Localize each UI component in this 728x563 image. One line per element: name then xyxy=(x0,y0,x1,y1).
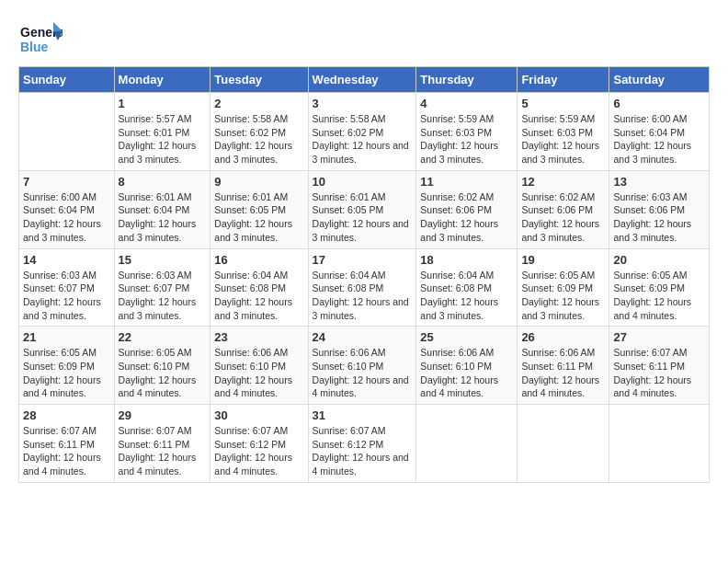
day-info: Sunrise: 6:06 AMSunset: 6:10 PMDaylight:… xyxy=(313,346,413,400)
day-number: 6 xyxy=(613,97,705,110)
day-number: 9 xyxy=(214,175,303,189)
day-info: Sunrise: 5:59 AMSunset: 6:03 PMDaylight:… xyxy=(521,112,605,167)
day-number: 19 xyxy=(521,253,605,267)
day-info: Sunrise: 6:07 AMSunset: 6:12 PMDaylight:… xyxy=(214,424,303,478)
weekday-header-row: SundayMondayTuesdayWednesdayThursdayFrid… xyxy=(19,67,710,93)
day-info: Sunrise: 6:03 AMSunset: 6:06 PMDaylight:… xyxy=(613,190,705,245)
calendar-day-cell: 27Sunrise: 6:07 AMSunset: 6:11 PMDayligh… xyxy=(609,327,710,405)
day-number: 20 xyxy=(613,253,705,267)
calendar-day-cell: 26Sunrise: 6:06 AMSunset: 6:11 PMDayligh… xyxy=(518,327,609,405)
day-info: Sunrise: 6:01 AMSunset: 6:04 PMDaylight:… xyxy=(119,190,207,245)
day-number: 25 xyxy=(420,330,513,344)
day-info: Sunrise: 6:04 AMSunset: 6:08 PMDaylight:… xyxy=(214,269,303,323)
day-info: Sunrise: 6:07 AMSunset: 6:12 PMDaylight:… xyxy=(313,424,413,478)
day-number: 24 xyxy=(313,330,413,344)
day-number: 1 xyxy=(119,97,207,110)
day-info: Sunrise: 6:00 AMSunset: 6:04 PMDaylight:… xyxy=(23,190,110,245)
day-info: Sunrise: 6:01 AMSunset: 6:05 PMDaylight:… xyxy=(313,190,413,245)
weekday-header-cell: Tuesday xyxy=(210,67,308,93)
day-info: Sunrise: 5:59 AMSunset: 6:03 PMDaylight:… xyxy=(420,112,513,167)
day-number: 30 xyxy=(214,408,303,422)
day-info: Sunrise: 6:07 AMSunset: 6:11 PMDaylight:… xyxy=(23,424,110,478)
calendar-week-row: 28Sunrise: 6:07 AMSunset: 6:11 PMDayligh… xyxy=(19,405,710,483)
day-info: Sunrise: 5:58 AMSunset: 6:02 PMDaylight:… xyxy=(214,112,303,167)
day-number: 10 xyxy=(313,175,413,189)
day-number: 14 xyxy=(23,253,110,267)
day-number: 2 xyxy=(214,97,303,110)
calendar-day-cell: 25Sunrise: 6:06 AMSunset: 6:10 PMDayligh… xyxy=(416,327,518,405)
day-number: 16 xyxy=(214,253,303,267)
calendar-week-row: 21Sunrise: 6:05 AMSunset: 6:09 PMDayligh… xyxy=(19,327,710,405)
day-number: 13 xyxy=(613,175,705,189)
calendar-day-cell xyxy=(416,405,518,483)
day-info: Sunrise: 5:57 AMSunset: 6:01 PMDaylight:… xyxy=(119,112,207,167)
calendar-day-cell: 21Sunrise: 6:05 AMSunset: 6:09 PMDayligh… xyxy=(19,327,115,405)
day-info: Sunrise: 6:00 AMSunset: 6:04 PMDaylight:… xyxy=(613,112,705,167)
calendar-day-cell: 3Sunrise: 5:58 AMSunset: 6:02 PMDaylight… xyxy=(308,93,416,171)
calendar-day-cell: 4Sunrise: 5:59 AMSunset: 6:03 PMDaylight… xyxy=(416,93,518,171)
calendar-day-cell: 2Sunrise: 5:58 AMSunset: 6:02 PMDaylight… xyxy=(210,93,308,171)
day-number: 22 xyxy=(119,330,207,344)
calendar-week-row: 7Sunrise: 6:00 AMSunset: 6:04 PMDaylight… xyxy=(19,170,710,248)
day-info: Sunrise: 6:06 AMSunset: 6:10 PMDaylight:… xyxy=(214,346,303,400)
day-info: Sunrise: 6:07 AMSunset: 6:11 PMDaylight:… xyxy=(119,424,207,478)
calendar-day-cell: 14Sunrise: 6:03 AMSunset: 6:07 PMDayligh… xyxy=(19,248,115,327)
calendar-day-cell: 9Sunrise: 6:01 AMSunset: 6:05 PMDaylight… xyxy=(210,170,308,248)
calendar-day-cell: 11Sunrise: 6:02 AMSunset: 6:06 PMDayligh… xyxy=(416,170,518,248)
calendar-day-cell xyxy=(19,93,115,171)
day-info: Sunrise: 6:01 AMSunset: 6:05 PMDaylight:… xyxy=(214,190,303,245)
day-number: 18 xyxy=(420,253,513,267)
calendar-day-cell: 10Sunrise: 6:01 AMSunset: 6:05 PMDayligh… xyxy=(308,170,416,248)
calendar-day-cell: 22Sunrise: 6:05 AMSunset: 6:10 PMDayligh… xyxy=(114,327,210,405)
day-info: Sunrise: 6:05 AMSunset: 6:09 PMDaylight:… xyxy=(23,346,110,400)
day-number: 27 xyxy=(613,330,705,344)
calendar-week-row: 1Sunrise: 5:57 AMSunset: 6:01 PMDaylight… xyxy=(19,93,710,171)
day-info: Sunrise: 6:05 AMSunset: 6:09 PMDaylight:… xyxy=(521,269,605,323)
day-number: 7 xyxy=(23,175,110,189)
day-number: 5 xyxy=(521,97,605,110)
weekday-header-cell: Friday xyxy=(518,67,609,93)
calendar-day-cell xyxy=(518,405,609,483)
calendar-body: 1Sunrise: 5:57 AMSunset: 6:01 PMDaylight… xyxy=(19,93,710,483)
calendar-day-cell: 31Sunrise: 6:07 AMSunset: 6:12 PMDayligh… xyxy=(308,405,416,483)
day-number: 3 xyxy=(313,97,413,110)
day-info: Sunrise: 6:02 AMSunset: 6:06 PMDaylight:… xyxy=(420,190,513,245)
calendar-day-cell: 1Sunrise: 5:57 AMSunset: 6:01 PMDaylight… xyxy=(114,93,210,171)
day-number: 31 xyxy=(313,408,413,422)
weekday-header-cell: Monday xyxy=(114,67,210,93)
day-number: 23 xyxy=(214,330,303,344)
day-info: Sunrise: 6:05 AMSunset: 6:10 PMDaylight:… xyxy=(119,346,207,400)
calendar-day-cell: 17Sunrise: 6:04 AMSunset: 6:08 PMDayligh… xyxy=(308,248,416,327)
day-info: Sunrise: 6:04 AMSunset: 6:08 PMDaylight:… xyxy=(313,269,413,323)
day-number: 28 xyxy=(23,408,110,422)
day-info: Sunrise: 6:03 AMSunset: 6:07 PMDaylight:… xyxy=(119,269,207,323)
calendar-day-cell: 29Sunrise: 6:07 AMSunset: 6:11 PMDayligh… xyxy=(114,405,210,483)
day-info: Sunrise: 6:03 AMSunset: 6:07 PMDaylight:… xyxy=(23,269,110,323)
day-number: 4 xyxy=(420,97,513,110)
day-info: Sunrise: 6:02 AMSunset: 6:06 PMDaylight:… xyxy=(521,190,605,245)
day-number: 12 xyxy=(521,175,605,189)
day-info: Sunrise: 6:06 AMSunset: 6:10 PMDaylight:… xyxy=(420,346,513,400)
day-info: Sunrise: 5:58 AMSunset: 6:02 PMDaylight:… xyxy=(313,112,413,167)
day-number: 29 xyxy=(119,408,207,422)
calendar-day-cell: 13Sunrise: 6:03 AMSunset: 6:06 PMDayligh… xyxy=(609,170,710,248)
day-info: Sunrise: 6:04 AMSunset: 6:08 PMDaylight:… xyxy=(420,269,513,323)
calendar-day-cell: 15Sunrise: 6:03 AMSunset: 6:07 PMDayligh… xyxy=(114,248,210,327)
weekday-header-cell: Saturday xyxy=(609,67,710,93)
weekday-header-cell: Thursday xyxy=(416,67,518,93)
calendar-day-cell: 20Sunrise: 6:05 AMSunset: 6:09 PMDayligh… xyxy=(609,248,710,327)
calendar-day-cell: 5Sunrise: 5:59 AMSunset: 6:03 PMDaylight… xyxy=(518,93,609,171)
weekday-header-cell: Wednesday xyxy=(308,67,416,93)
calendar-day-cell: 24Sunrise: 6:06 AMSunset: 6:10 PMDayligh… xyxy=(308,327,416,405)
calendar-day-cell: 6Sunrise: 6:00 AMSunset: 6:04 PMDaylight… xyxy=(609,93,710,171)
day-number: 21 xyxy=(23,330,110,344)
weekday-header-cell: Sunday xyxy=(19,67,115,93)
calendar-day-cell: 12Sunrise: 6:02 AMSunset: 6:06 PMDayligh… xyxy=(518,170,609,248)
day-number: 8 xyxy=(119,175,207,189)
day-number: 26 xyxy=(521,330,605,344)
calendar-day-cell: 18Sunrise: 6:04 AMSunset: 6:08 PMDayligh… xyxy=(416,248,518,327)
page-header: General Blue xyxy=(18,18,710,57)
day-info: Sunrise: 6:05 AMSunset: 6:09 PMDaylight:… xyxy=(613,269,705,323)
day-info: Sunrise: 6:06 AMSunset: 6:11 PMDaylight:… xyxy=(521,346,605,400)
calendar-day-cell: 16Sunrise: 6:04 AMSunset: 6:08 PMDayligh… xyxy=(210,248,308,327)
